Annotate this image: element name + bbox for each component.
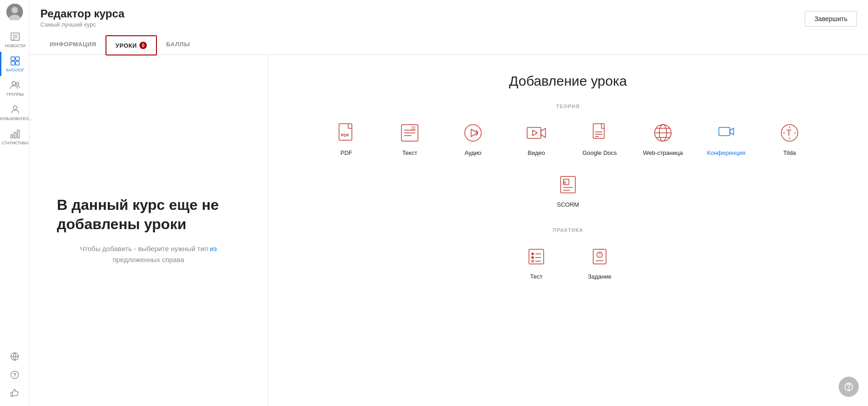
lesson-item-web[interactable]: Web-страница bbox=[642, 120, 684, 157]
task-label: Задание bbox=[588, 273, 612, 281]
video-label: Видео bbox=[528, 149, 545, 157]
svg-rect-8 bbox=[16, 57, 19, 60]
sidebar-item-users-label: ПОЛЬЗОВАТЕЛ... bbox=[0, 116, 32, 121]
svg-rect-9 bbox=[11, 61, 15, 65]
tab-info[interactable]: ИНФОРМАЦИЯ bbox=[40, 35, 106, 55]
sidebar-item-catalog-label: КАТАЛОГ bbox=[6, 68, 24, 72]
svg-rect-20 bbox=[339, 124, 352, 140]
lesson-item-text[interactable]: Текст bbox=[389, 120, 430, 157]
tilda-label: Tilda bbox=[783, 149, 796, 157]
svg-rect-48 bbox=[529, 249, 544, 264]
page-subtitle: Самый лучший курс bbox=[40, 21, 199, 28]
google-docs-label: Google Docs bbox=[582, 149, 617, 157]
svg-text:T: T bbox=[786, 128, 791, 137]
sidebar-item-stats-label: СТАТИСТИКА bbox=[2, 141, 28, 145]
lessons-badge: 0 bbox=[139, 42, 147, 49]
test-label: Тест bbox=[530, 273, 543, 281]
help-icon[interactable]: ? bbox=[7, 368, 22, 382]
svg-rect-10 bbox=[16, 61, 19, 65]
add-lesson-panel: Добавление урока ТЕОРИЯ PDF PDF bbox=[268, 55, 868, 406]
svg-marker-30 bbox=[541, 128, 545, 137]
google-docs-icon bbox=[587, 120, 612, 146]
conference-label: Конференция bbox=[707, 149, 745, 157]
svg-rect-32 bbox=[593, 124, 604, 138]
svg-rect-14 bbox=[11, 135, 13, 138]
audio-label: Аудио bbox=[465, 149, 482, 157]
svg-point-53 bbox=[532, 260, 534, 262]
text-icon bbox=[397, 120, 423, 146]
svg-text:S: S bbox=[563, 180, 566, 185]
main-area: Редактор курса Самый лучший курс ИНФОРМА… bbox=[29, 0, 868, 406]
tab-scores[interactable]: БАЛЛЫ bbox=[157, 35, 199, 55]
pdf-icon: PDF bbox=[334, 120, 359, 146]
tilda-icon: T bbox=[777, 120, 802, 146]
svg-text:?: ? bbox=[13, 372, 16, 379]
pdf-label: PDF bbox=[340, 149, 352, 157]
lesson-item-tilda[interactable]: T Tilda bbox=[769, 120, 810, 157]
lesson-item-task[interactable]: ? Задание bbox=[579, 244, 620, 281]
sidebar-item-catalog[interactable]: КАТАЛОГ bbox=[0, 52, 29, 76]
sidebar: НОВОСТИ КАТАЛОГ ГРУППЫ ПОЛЬЗОВАТЕЛ... СТ… bbox=[0, 0, 29, 406]
lesson-item-conference[interactable]: Конференция bbox=[706, 120, 747, 157]
add-lesson-title: Добавление урока bbox=[295, 73, 840, 89]
svg-marker-28 bbox=[471, 129, 478, 137]
lesson-item-audio[interactable]: Аудио bbox=[452, 120, 494, 157]
empty-title: В данный курс еще не добавлены уроки bbox=[57, 196, 240, 234]
sidebar-bottom: ? bbox=[7, 349, 22, 406]
svg-marker-40 bbox=[730, 128, 734, 135]
web-label: Web-страница bbox=[643, 149, 683, 157]
lesson-item-test[interactable]: Тест bbox=[516, 244, 557, 281]
sidebar-item-news[interactable]: НОВОСТИ bbox=[0, 27, 29, 52]
sidebar-item-groups[interactable]: ГРУППЫ bbox=[0, 76, 29, 100]
empty-description: Чтобы добавить - выберите нужный тип из … bbox=[57, 243, 240, 265]
svg-rect-39 bbox=[719, 127, 730, 136]
empty-state-panel: В данный курс еще не добавлены уроки Что… bbox=[29, 55, 268, 406]
svg-point-11 bbox=[12, 82, 16, 85]
lesson-item-pdf[interactable]: PDF PDF bbox=[326, 120, 367, 157]
video-icon bbox=[523, 120, 549, 146]
svg-rect-16 bbox=[17, 130, 19, 138]
avatar[interactable] bbox=[6, 4, 23, 20]
practice-grid: Тест ? Задание bbox=[295, 244, 840, 281]
text-label: Текст bbox=[402, 149, 417, 157]
translate-icon[interactable] bbox=[7, 349, 22, 364]
audio-icon bbox=[460, 120, 486, 146]
support-button[interactable] bbox=[839, 377, 859, 397]
svg-rect-15 bbox=[14, 132, 16, 138]
svg-rect-29 bbox=[527, 127, 541, 138]
svg-point-49 bbox=[532, 253, 534, 255]
tab-lessons[interactable]: УРОКИ 0 bbox=[106, 35, 157, 55]
theory-section-label: ТЕОРИЯ bbox=[295, 104, 840, 109]
test-icon bbox=[523, 244, 549, 269]
svg-point-51 bbox=[532, 257, 534, 258]
like-icon[interactable] bbox=[7, 386, 22, 401]
header-right: Завершить bbox=[805, 7, 857, 27]
sidebar-item-news-label: НОВОСТИ bbox=[5, 44, 25, 48]
web-icon bbox=[650, 120, 676, 146]
svg-text:?: ? bbox=[598, 252, 601, 258]
practice-section-label: ПРАКТИКА bbox=[295, 227, 840, 233]
task-icon: ? bbox=[587, 244, 612, 269]
conference-icon bbox=[713, 120, 739, 146]
lesson-item-scorm[interactable]: S SCORM bbox=[547, 172, 589, 209]
header: Редактор курса Самый лучший курс ИНФОРМА… bbox=[29, 0, 868, 55]
tabs: ИНФОРМАЦИЯ УРОКИ 0 БАЛЛЫ bbox=[40, 35, 199, 55]
sidebar-item-stats[interactable]: СТАТИСТИКА bbox=[0, 125, 29, 149]
svg-rect-7 bbox=[11, 57, 15, 60]
lesson-item-video[interactable]: Видео bbox=[516, 120, 557, 157]
sidebar-item-users[interactable]: ПОЛЬЗОВАТЕЛ... bbox=[0, 100, 29, 125]
svg-point-60 bbox=[849, 389, 849, 390]
svg-point-27 bbox=[465, 125, 481, 141]
scorm-label: SCORM bbox=[557, 201, 579, 209]
theory-grid: PDF PDF bbox=[295, 120, 840, 209]
lesson-item-google-docs[interactable]: Google Docs bbox=[579, 120, 620, 157]
type-link[interactable]: из bbox=[210, 245, 217, 252]
header-left: Редактор курса Самый лучший курс ИНФОРМА… bbox=[40, 7, 199, 55]
finish-button[interactable]: Завершить bbox=[805, 11, 857, 27]
content-area: В данный курс еще не добавлены уроки Что… bbox=[29, 55, 868, 406]
scorm-icon: S bbox=[555, 172, 581, 198]
svg-point-13 bbox=[13, 106, 17, 110]
page-title: Редактор курса bbox=[40, 7, 199, 20]
svg-point-1 bbox=[11, 7, 18, 13]
svg-rect-26 bbox=[412, 126, 415, 130]
